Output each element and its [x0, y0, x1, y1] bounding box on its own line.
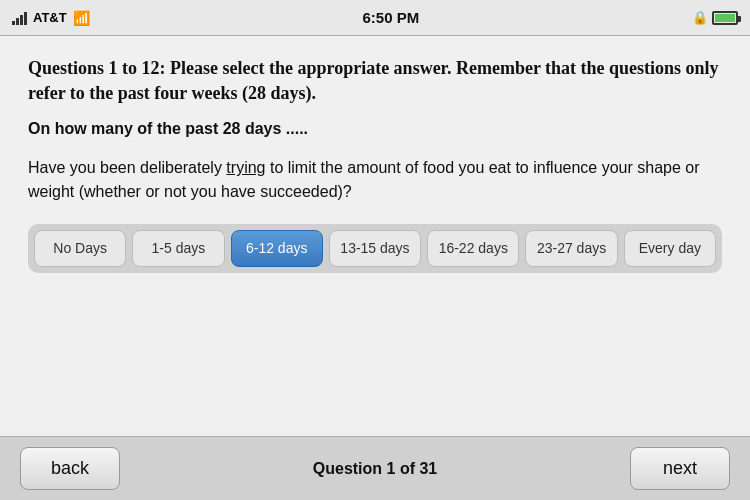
back-button[interactable]: back	[20, 447, 120, 490]
page-indicator: Question 1 of 31	[313, 460, 437, 478]
wifi-icon: 📶	[73, 10, 90, 26]
signal-bars-icon	[12, 11, 27, 25]
question-keyword: trying	[226, 159, 265, 176]
answer-options-group: No Days 1-5 days 6-12 days 13-15 days 16…	[28, 224, 722, 272]
answer-option-16-22[interactable]: 16-22 days	[427, 230, 519, 266]
status-time: 6:50 PM	[363, 9, 420, 26]
answer-option-6-12[interactable]: 6-12 days	[231, 230, 323, 266]
lock-icon: 🔒	[692, 10, 708, 25]
status-right: 🔒	[692, 10, 738, 25]
instruction-text: Questions 1 to 12: Please select the app…	[28, 56, 722, 106]
footer: back Question 1 of 31 next	[0, 436, 750, 500]
question-text-before: Have you been deliberately	[28, 159, 226, 176]
answer-option-no-days[interactable]: No Days	[34, 230, 126, 266]
status-bar: AT&T 📶 6:50 PM 🔒	[0, 0, 750, 36]
answer-option-every-day[interactable]: Every day	[624, 230, 716, 266]
question-subtitle: On how many of the past 28 days .....	[28, 120, 722, 138]
question-body: Have you been deliberately trying to lim…	[28, 156, 722, 204]
status-left: AT&T 📶	[12, 10, 90, 26]
answer-option-13-15[interactable]: 13-15 days	[329, 230, 421, 266]
answer-option-23-27[interactable]: 23-27 days	[525, 230, 617, 266]
next-button[interactable]: next	[630, 447, 730, 490]
answer-option-1-5[interactable]: 1-5 days	[132, 230, 224, 266]
main-content: Questions 1 to 12: Please select the app…	[0, 36, 750, 436]
battery-icon	[712, 11, 738, 25]
carrier-label: AT&T	[33, 10, 67, 25]
